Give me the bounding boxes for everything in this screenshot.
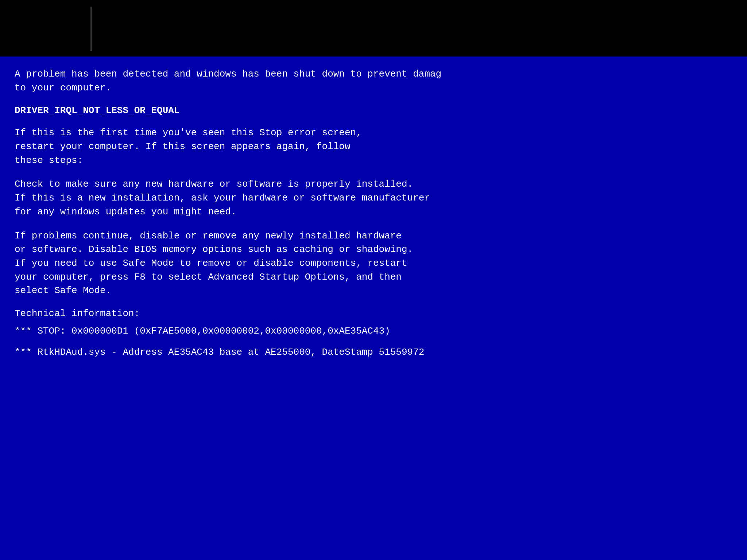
first-time-text: If this is the first time you've seen th… bbox=[15, 126, 732, 167]
intro-text-line1: A problem has been detected and windows … bbox=[15, 67, 732, 81]
error-code: DRIVER_IRQL_NOT_LESS_OR_EQUAL bbox=[15, 105, 732, 116]
top-black-bar bbox=[0, 0, 747, 57]
screen-container: A problem has been detected and windows … bbox=[0, 0, 747, 560]
tech-info-header: Technical information: bbox=[15, 308, 732, 319]
first-time-section: If this is the first time you've seen th… bbox=[15, 126, 732, 167]
intro-section: A problem has been detected and windows … bbox=[15, 67, 732, 95]
intro-text-line2: to your computer. bbox=[15, 81, 732, 95]
cursor-artifact bbox=[90, 7, 92, 51]
driver-line: *** RtkHDAud.sys - Address AE35AC43 base… bbox=[15, 347, 732, 358]
check-text: Check to make sure any new hardware or s… bbox=[15, 178, 732, 219]
check-section: Check to make sure any new hardware or s… bbox=[15, 178, 732, 219]
stop-line: *** STOP: 0x000000D1 (0xF7AE5000,0x00000… bbox=[15, 326, 732, 337]
bsod-screen: A problem has been detected and windows … bbox=[0, 57, 747, 560]
problems-section: If problems continue, disable or remove … bbox=[15, 229, 732, 298]
problems-text: If problems continue, disable or remove … bbox=[15, 229, 732, 298]
